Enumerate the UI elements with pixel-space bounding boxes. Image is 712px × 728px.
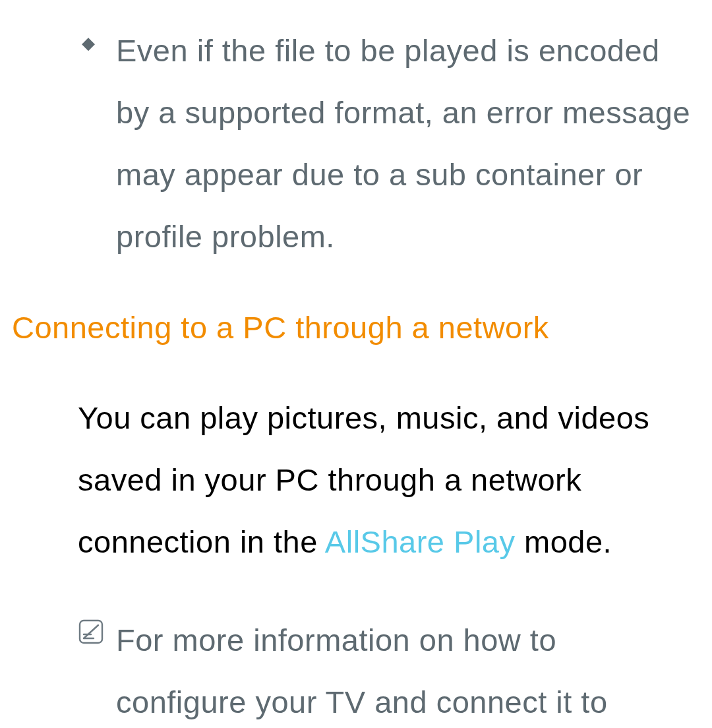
diamond-bullet-icon: ◆ <box>78 20 116 268</box>
note-icon <box>78 609 116 728</box>
allshare-play-link: AllShare Play <box>325 524 516 559</box>
paragraph-post: mode. <box>515 524 612 559</box>
note-text: For more information on how to configure… <box>116 609 692 728</box>
section-heading: Connecting to a PC through a network <box>12 307 692 348</box>
body-paragraph: You can play pictures, music, and videos… <box>78 387 692 573</box>
bullet-item: ◆ Even if the file to be played is encod… <box>78 20 692 268</box>
bullet-text: Even if the file to be played is encoded… <box>116 20 692 268</box>
note-item: For more information on how to configure… <box>78 609 692 728</box>
document-page: ◆ Even if the file to be played is encod… <box>0 0 712 728</box>
